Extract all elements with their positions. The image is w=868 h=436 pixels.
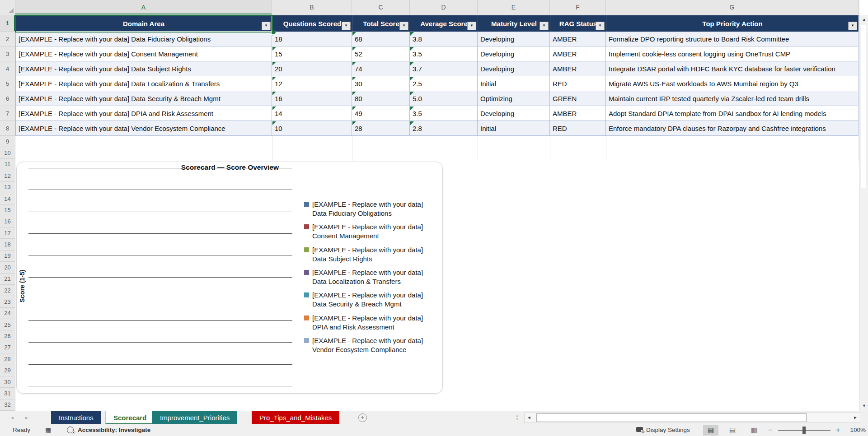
horizontal-scrollbar-thumb[interactable] bbox=[536, 413, 807, 422]
row-header-29[interactable]: 29 bbox=[0, 365, 15, 376]
cell-b5[interactable]: 12 bbox=[272, 76, 352, 91]
sheet-tab-pro-tips-and-mistakes[interactable]: Pro_Tips_and_Mistakes bbox=[252, 411, 339, 424]
filter-dropdown-icon[interactable]: ▼ bbox=[262, 22, 271, 30]
cell-b8[interactable]: 10 bbox=[272, 121, 352, 136]
sheet-tab-scorecard[interactable]: Scorecard bbox=[105, 411, 155, 424]
cell-a4[interactable]: [EXAMPLE - Replace with your data] Data … bbox=[15, 61, 272, 76]
row-header-14[interactable]: 14 bbox=[0, 193, 15, 204]
accessibility-status[interactable]: Accessibility: Investigate bbox=[78, 424, 150, 436]
cell-c5[interactable]: 30 bbox=[352, 76, 410, 91]
cell-d6[interactable]: 5.0 bbox=[410, 91, 478, 106]
row-header-7[interactable]: 7 bbox=[0, 106, 15, 121]
cell-f8[interactable]: RED bbox=[550, 121, 606, 136]
cell-d3[interactable]: 3.5 bbox=[410, 46, 478, 61]
row-header-32[interactable]: 32 bbox=[0, 399, 15, 411]
row-header-13[interactable]: 13 bbox=[0, 182, 15, 193]
row-header-2[interactable]: 2 bbox=[0, 32, 15, 46]
row-header-31[interactable]: 31 bbox=[0, 388, 15, 399]
row-header-23[interactable]: 23 bbox=[0, 296, 15, 307]
cell-a8[interactable]: [EXAMPLE - Replace with your data] Vendo… bbox=[15, 121, 272, 136]
cell-g8[interactable]: Enforce mandatory DPA clauses for Razorp… bbox=[606, 121, 859, 136]
filter-dropdown-icon[interactable]: ▼ bbox=[467, 22, 476, 30]
scroll-left-icon[interactable]: ◄ bbox=[525, 413, 534, 422]
row-header-6[interactable]: 6 bbox=[0, 91, 15, 106]
cell-e2[interactable]: Developing bbox=[478, 32, 550, 46]
vertical-scrollbar[interactable]: ▲ ▼ bbox=[859, 15, 868, 411]
row-header-20[interactable]: 20 bbox=[0, 262, 15, 273]
new-sheet-button[interactable]: + bbox=[358, 413, 367, 422]
cell-d5[interactable]: 2.5 bbox=[410, 76, 478, 91]
cell-f2[interactable]: AMBER bbox=[550, 32, 606, 46]
filter-dropdown-icon[interactable]: ▼ bbox=[342, 22, 351, 30]
cell-b3[interactable]: 15 bbox=[272, 46, 352, 61]
zoom-slider-thumb[interactable] bbox=[802, 427, 806, 434]
macro-record-icon[interactable]: ▦ bbox=[45, 427, 51, 434]
row-header-26[interactable]: 26 bbox=[0, 330, 15, 342]
zoom-in-button[interactable]: + bbox=[836, 424, 840, 436]
scroll-down-icon[interactable]: ▼ bbox=[860, 401, 868, 410]
sheet-tab-improvement-priorities[interactable]: Improvement_Priorities bbox=[152, 411, 237, 424]
column-header-d[interactable]: D bbox=[410, 0, 478, 14]
column-header-g[interactable]: G bbox=[606, 0, 859, 14]
row-header-24[interactable]: 24 bbox=[0, 308, 15, 319]
row-header-16[interactable]: 16 bbox=[0, 216, 15, 227]
scrollbar-resize-handle[interactable]: ⁞ bbox=[516, 412, 518, 423]
tab-nav-right-icon[interactable]: ► bbox=[24, 411, 29, 424]
row-header-25[interactable]: 25 bbox=[0, 319, 15, 330]
cell-e6[interactable]: Optimizing bbox=[478, 91, 550, 106]
fill-handle[interactable] bbox=[271, 31, 275, 35]
embedded-chart[interactable]: Scorecard — Score Overview Score (1-5) [… bbox=[16, 162, 443, 394]
cell-c2[interactable]: 68 bbox=[352, 32, 410, 46]
display-settings-icon[interactable]: ⚙ bbox=[636, 427, 643, 432]
row-header-3[interactable]: 3 bbox=[0, 46, 15, 61]
normal-view-button[interactable]: ▦ bbox=[703, 425, 718, 436]
cell-g7[interactable]: Adopt Standard DPIA template from DPAI s… bbox=[606, 106, 859, 121]
cell-b2[interactable]: 18 bbox=[272, 32, 352, 46]
cell-a7[interactable]: [EXAMPLE - Replace with your data] DPIA … bbox=[15, 106, 272, 121]
cell-d7[interactable]: 3.5 bbox=[410, 106, 478, 121]
cell-e3[interactable]: Developing bbox=[478, 46, 550, 61]
sheet-tab-instructions[interactable]: Instructions bbox=[51, 411, 101, 424]
cell-f7[interactable]: AMBER bbox=[550, 106, 606, 121]
row-header-17[interactable]: 17 bbox=[0, 227, 15, 239]
column-header-b[interactable]: B bbox=[272, 0, 352, 14]
row-header-21[interactable]: 21 bbox=[0, 274, 15, 285]
row-header-28[interactable]: 28 bbox=[0, 353, 15, 365]
cell-g6[interactable]: Maintain current IRP tested quarterly vi… bbox=[606, 91, 859, 106]
scroll-up-icon[interactable]: ▲ bbox=[860, 15, 868, 24]
row-header-8[interactable]: 8 bbox=[0, 121, 15, 136]
row-header-18[interactable]: 18 bbox=[0, 239, 15, 250]
row-header-19[interactable]: 19 bbox=[0, 250, 15, 262]
cell-a5[interactable]: [EXAMPLE - Replace with your data] Data … bbox=[15, 76, 272, 91]
cell-f5[interactable]: RED bbox=[550, 76, 606, 91]
row-header-15[interactable]: 15 bbox=[0, 204, 15, 216]
cell-c3[interactable]: 52 bbox=[352, 46, 410, 61]
cell-e5[interactable]: Initial bbox=[478, 76, 550, 91]
page-break-view-button[interactable]: ▥ bbox=[746, 425, 762, 436]
cell-f3[interactable]: AMBER bbox=[550, 46, 606, 61]
tab-nav-left-icon[interactable]: ◄ bbox=[10, 411, 14, 424]
cell-b6[interactable]: 16 bbox=[272, 91, 352, 106]
cell-c8[interactable]: 28 bbox=[352, 121, 410, 136]
row-header-12[interactable]: 12 bbox=[0, 170, 15, 181]
row-header-5[interactable]: 5 bbox=[0, 76, 15, 91]
cell-g5[interactable]: Migrate AWS US-East workloads to AWS Mum… bbox=[606, 76, 859, 91]
page-layout-view-button[interactable]: ▤ bbox=[725, 425, 740, 436]
cell-d4[interactable]: 3.7 bbox=[410, 61, 478, 76]
cell-e4[interactable]: Developing bbox=[478, 61, 550, 76]
zoom-out-button[interactable]: − bbox=[768, 424, 772, 436]
row-header-11[interactable]: 11 bbox=[0, 159, 15, 170]
row-header-27[interactable]: 27 bbox=[0, 342, 15, 353]
cell-g3[interactable]: Implement cookie-less consent logging us… bbox=[606, 46, 859, 61]
cell-b7[interactable]: 14 bbox=[272, 106, 352, 121]
cell-a6[interactable]: [EXAMPLE - Replace with your data] Data … bbox=[15, 91, 272, 106]
row-header-9[interactable]: 9 bbox=[0, 136, 15, 147]
cell-g2[interactable]: Formalize DPO reporting structure to Boa… bbox=[606, 32, 859, 46]
cell-b4[interactable]: 20 bbox=[272, 61, 352, 76]
column-header-e[interactable]: E bbox=[478, 0, 550, 14]
cell-a3[interactable]: [EXAMPLE - Replace with your data] Conse… bbox=[15, 46, 272, 61]
cell-c7[interactable]: 49 bbox=[352, 106, 410, 121]
column-header-c[interactable]: C bbox=[352, 0, 410, 14]
cell-e8[interactable]: Initial bbox=[478, 121, 550, 136]
filter-dropdown-icon[interactable]: ▼ bbox=[848, 22, 857, 30]
